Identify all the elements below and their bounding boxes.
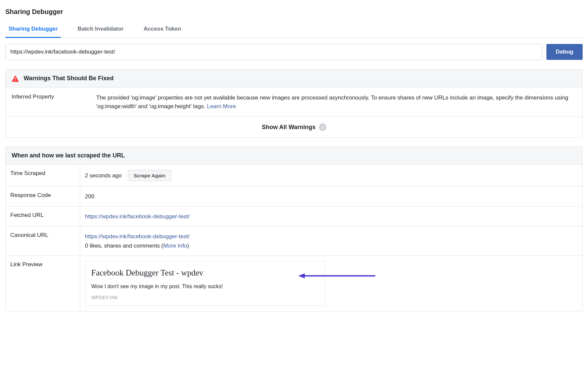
tab-access-token[interactable]: Access Token xyxy=(140,22,184,38)
response-code-label: Response Code xyxy=(6,187,80,206)
scrape-header: When and how we last scraped the URL xyxy=(6,147,582,164)
canonical-url-label: Canonical URL xyxy=(6,227,80,255)
response-code-value: 200 xyxy=(80,187,582,206)
fetched-url-value-cell: https://wpdev.ink/facebook-debugger-test… xyxy=(80,207,582,226)
canonical-url-link[interactable]: https://wpdev.ink/facebook-debugger-test… xyxy=(85,233,189,240)
tab-batch-invalidator[interactable]: Batch Invalidator xyxy=(74,22,127,38)
url-row: Debug xyxy=(5,44,583,60)
row-response-code: Response Code 200 xyxy=(6,186,582,206)
time-scraped-value-cell: 2 seconds ago Scrape Again xyxy=(80,165,582,186)
row-link-preview: Link Preview Facebook Debugger Test - wp… xyxy=(6,256,582,311)
page-title: Sharing Debugger xyxy=(5,5,583,22)
warning-text: The provided 'og:image' properties are n… xyxy=(96,95,568,109)
fetched-url-label: Fetched URL xyxy=(6,207,80,226)
preview-title: Facebook Debugger Test - wpdev xyxy=(91,266,318,280)
warnings-panel: ! Warnings That Should Be Fixed Inferred… xyxy=(5,69,583,138)
row-time-scraped: Time Scraped 2 seconds ago Scrape Again xyxy=(6,164,582,186)
canonical-url-value-cell: https://wpdev.ink/facebook-debugger-test… xyxy=(80,227,582,255)
show-all-warnings-button[interactable]: Show All Warnings 2 xyxy=(6,117,582,137)
link-preview-label: Link Preview xyxy=(6,256,80,311)
canonical-stats-suffix: ) xyxy=(187,243,189,249)
warning-row-label: Inferred Property xyxy=(6,88,90,116)
scrape-header-text: When and how we last scraped the URL xyxy=(12,152,125,159)
show-all-label: Show All Warnings xyxy=(262,124,316,131)
link-preview-card: Facebook Debugger Test - wpdev Wow I don… xyxy=(85,261,325,306)
warning-icon: ! xyxy=(12,75,19,82)
row-fetched-url: Fetched URL https://wpdev.ink/facebook-d… xyxy=(6,206,582,226)
warnings-count-badge: 2 xyxy=(319,123,326,131)
warnings-header: ! Warnings That Should Be Fixed xyxy=(6,70,582,88)
time-scraped-value: 2 seconds ago xyxy=(85,172,122,179)
url-input[interactable] xyxy=(5,44,542,60)
preview-domain: WPDEV.INK xyxy=(91,294,318,301)
row-canonical-url: Canonical URL https://wpdev.ink/facebook… xyxy=(6,226,582,255)
warnings-header-text: Warnings That Should Be Fixed xyxy=(24,75,114,82)
tabs: Sharing Debugger Batch Invalidator Acces… xyxy=(5,22,583,38)
warning-row-value: The provided 'og:image' properties are n… xyxy=(90,88,582,116)
tab-sharing-debugger[interactable]: Sharing Debugger xyxy=(5,22,61,38)
learn-more-link[interactable]: Learn More xyxy=(207,103,236,109)
more-info-link[interactable]: More Info xyxy=(163,243,187,249)
link-preview-cell: Facebook Debugger Test - wpdev Wow I don… xyxy=(80,256,582,311)
time-scraped-label: Time Scraped xyxy=(6,165,80,186)
svg-text:!: ! xyxy=(15,77,16,82)
canonical-stats-prefix: 0 likes, shares and comments ( xyxy=(85,243,163,249)
scrape-panel: When and how we last scraped the URL Tim… xyxy=(5,146,583,311)
fetched-url-link[interactable]: https://wpdev.ink/facebook-debugger-test… xyxy=(85,213,189,220)
warning-row: Inferred Property The provided 'og:image… xyxy=(6,88,582,117)
preview-desc: Wow I don't see my image in my post. Thi… xyxy=(91,282,318,291)
debug-button[interactable]: Debug xyxy=(546,44,583,60)
scrape-again-button[interactable]: Scrape Again xyxy=(128,170,171,181)
